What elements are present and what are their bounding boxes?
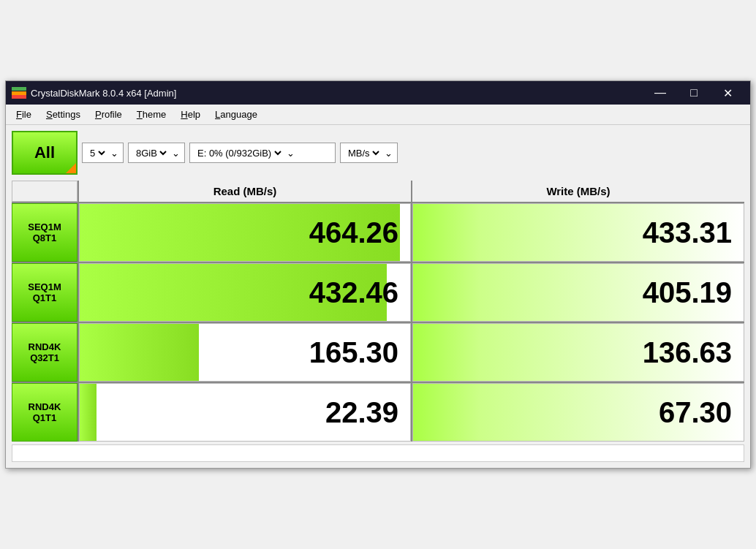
row-label-2: RND4K Q32T1 [12, 323, 78, 382]
menu-file[interactable]: File [9, 106, 39, 123]
menu-language[interactable]: Language [208, 106, 265, 123]
result-cell-3-write: 67.30 [412, 383, 744, 442]
size-select[interactable]: 8GiB 1GiB 2GiB 4GiB ⌄ [128, 143, 185, 163]
unit-select[interactable]: MB/s GB/s ⌄ [340, 143, 398, 163]
write-value-1: 405.19 [643, 276, 732, 309]
row-label-1-line1: SEQ1M [28, 281, 61, 292]
maximize-button[interactable]: □ [677, 81, 711, 105]
drive-dropdown[interactable]: E: 0% (0/932GiB) [194, 147, 284, 159]
count-select[interactable]: 5 1 3 9 ⌄ [82, 143, 124, 163]
result-cell-0-write: 433.31 [412, 203, 744, 262]
count-dropdown[interactable]: 5 1 3 9 [87, 147, 107, 159]
grid-corner [12, 181, 78, 202]
read-header: Read (MB/s) [79, 181, 411, 202]
write-header: Write (MB/s) [412, 181, 744, 202]
read-value-3: 22.39 [325, 396, 398, 429]
menu-bar: File Settings Profile Theme Help Languag… [6, 105, 750, 125]
read-value-0: 464.26 [309, 216, 398, 249]
results-grid: Read (MB/s) Write (MB/s) SEQ1M Q8T1 464.… [12, 181, 744, 442]
row-label-2-line1: RND4K [29, 341, 61, 352]
row-label-0-line1: SEQ1M [28, 222, 61, 232]
row-label-0-line2: Q8T1 [33, 232, 57, 243]
window-title: CrystalDiskMark 8.0.4 x64 [Admin] [31, 88, 643, 99]
app-icon [12, 87, 26, 99]
menu-settings[interactable]: Settings [39, 106, 88, 123]
unit-dropdown[interactable]: MB/s GB/s [345, 147, 382, 159]
toolbar: All 5 1 3 9 ⌄ 8GiB 1GiB 2GiB 4GiB ⌄ [12, 131, 744, 175]
result-cell-0-read: 464.26 [79, 203, 411, 262]
menu-profile[interactable]: Profile [88, 106, 129, 123]
row-label-1: SEQ1M Q1T1 [12, 263, 78, 322]
row-label-1-line2: Q1T1 [33, 292, 57, 303]
result-cell-1-read: 432.46 [79, 263, 411, 322]
drive-select[interactable]: E: 0% (0/932GiB) ⌄ [189, 143, 336, 163]
title-bar: CrystalDiskMark 8.0.4 x64 [Admin] — □ ✕ [6, 81, 750, 105]
read-value-2: 165.30 [309, 336, 398, 369]
result-cell-1-write: 405.19 [412, 263, 744, 322]
write-value-0: 433.31 [643, 216, 732, 249]
minimize-button[interactable]: — [643, 81, 677, 105]
close-button[interactable]: ✕ [711, 81, 744, 105]
result-cell-2-read: 165.30 [79, 323, 411, 382]
row-label-3-line2: Q1T1 [33, 412, 57, 423]
all-button[interactable]: All [12, 131, 78, 175]
menu-help[interactable]: Help [173, 106, 208, 123]
main-window: CrystalDiskMark 8.0.4 x64 [Admin] — □ ✕ … [5, 80, 751, 469]
row-label-3: RND4K Q1T1 [12, 383, 78, 442]
content-area: All 5 1 3 9 ⌄ 8GiB 1GiB 2GiB 4GiB ⌄ [6, 125, 750, 468]
row-label-0: SEQ1M Q8T1 [12, 203, 78, 262]
size-dropdown[interactable]: 8GiB 1GiB 2GiB 4GiB [133, 147, 169, 159]
row-label-2-line2: Q32T1 [30, 352, 59, 363]
row-label-3-line1: RND4K [29, 401, 61, 412]
menu-theme[interactable]: Theme [129, 106, 173, 123]
result-cell-2-write: 136.63 [412, 323, 744, 382]
window-controls: — □ ✕ [643, 81, 744, 105]
write-value-2: 136.63 [643, 336, 732, 369]
result-cell-3-read: 22.39 [79, 383, 411, 442]
read-value-1: 432.46 [309, 276, 398, 309]
status-bar [12, 444, 744, 462]
write-value-3: 67.30 [659, 396, 732, 429]
